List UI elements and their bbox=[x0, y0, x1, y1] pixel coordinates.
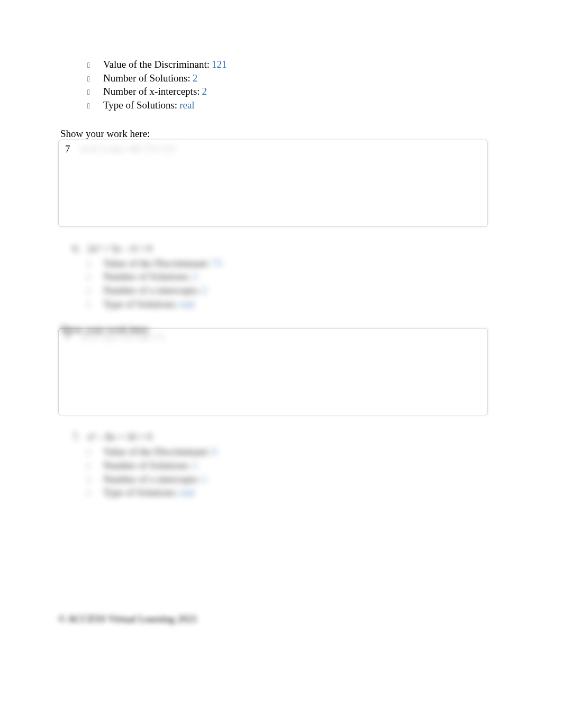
bullet-icon:  bbox=[87, 475, 103, 485]
list-item:  Number of x-intercepts: 2 bbox=[87, 284, 509, 297]
work-section-2: Show your work here: 7 d=b²-4ac=25+48=73 bbox=[58, 324, 488, 415]
work-header: Show your work here: bbox=[58, 324, 488, 335]
list-item:  Number of x-intercepts: 1 bbox=[87, 472, 509, 486]
problem-6-block: 6. 2x² + 5x – 6 = 0  Value of the Discr… bbox=[87, 243, 509, 311]
work-number: 7 bbox=[65, 143, 81, 155]
typesolutions-label: Type of Solutions: bbox=[103, 486, 177, 499]
list-item:  Value of the Discriminant: 121 bbox=[87, 58, 509, 71]
numsolutions-label: Number of Solutions: bbox=[103, 270, 191, 284]
bullet-icon:  bbox=[87, 74, 103, 84]
typesolutions-label: Type of Solutions: bbox=[103, 99, 177, 112]
bullet-icon:  bbox=[87, 300, 103, 310]
bullet-icon:  bbox=[87, 461, 103, 471]
bullet-icon:  bbox=[87, 448, 103, 458]
discriminant-value: 73 bbox=[212, 257, 222, 270]
xintercepts-value: 2 bbox=[202, 85, 207, 98]
list-item:  Type of Solutions: real bbox=[87, 99, 509, 112]
list-item:  Number of Solutions: 2 bbox=[87, 72, 509, 85]
bullet-icon:  bbox=[87, 272, 103, 283]
typesolutions-value: real bbox=[179, 297, 194, 311]
list-item:  Type of Solutions: real bbox=[87, 297, 509, 311]
numsolutions-value: 2 bbox=[193, 72, 198, 85]
work-header: Show your work here: bbox=[58, 128, 488, 140]
problem-equation: x² – 8x + 16 = 0 bbox=[87, 431, 152, 443]
list-item:  Value of the Discriminant: 73 bbox=[87, 257, 509, 270]
bullet-icon:  bbox=[87, 286, 103, 296]
numsolutions-label: Number of Solutions: bbox=[103, 72, 191, 85]
list-item:  Type of Solutions: real bbox=[87, 486, 509, 499]
xintercepts-label: Number of x-intercepts: bbox=[103, 85, 200, 98]
list-item:  Value of the Discriminant: 0 bbox=[87, 445, 509, 459]
work-expression: d=b^2-4ac=49+72=121 bbox=[81, 143, 176, 155]
xintercepts-value: 2 bbox=[202, 284, 207, 297]
problem-equation: 2x² + 5x – 6 = 0 bbox=[87, 243, 152, 254]
problem-number: 7. bbox=[72, 431, 87, 443]
answer-list-6:  Value of the Discriminant: 73  Number… bbox=[87, 257, 509, 311]
xintercepts-value: 1 bbox=[202, 472, 207, 486]
list-item:  Number of Solutions: 1 bbox=[87, 459, 509, 472]
list-item:  Number of x-intercepts: 2 bbox=[87, 85, 509, 98]
bullet-icon:  bbox=[87, 259, 103, 269]
bullet-icon:  bbox=[87, 488, 103, 498]
problem-7-block: 7. x² – 8x + 16 = 0  Value of the Discr… bbox=[87, 431, 509, 499]
bullet-icon:  bbox=[87, 101, 103, 111]
discriminant-label: Value of the Discriminant: bbox=[103, 445, 210, 459]
answer-list-1:  Value of the Discriminant: 121  Numbe… bbox=[87, 58, 509, 112]
discriminant-value: 0 bbox=[212, 445, 217, 459]
discriminant-label: Value of the Discriminant: bbox=[103, 58, 210, 71]
work-box[interactable]: 7 d=b²-4ac=25+48=73 bbox=[58, 328, 488, 415]
numsolutions-label: Number of Solutions: bbox=[103, 459, 191, 472]
numsolutions-value: 2 bbox=[193, 270, 198, 284]
problem-number: 6. bbox=[72, 243, 87, 254]
typesolutions-value: real bbox=[179, 99, 194, 112]
typesolutions-value: real bbox=[179, 486, 194, 499]
numsolutions-value: 1 bbox=[193, 459, 198, 472]
xintercepts-label: Number of x-intercepts: bbox=[103, 284, 200, 297]
work-box[interactable]: 7 d=b^2-4ac=49+72=121 bbox=[58, 140, 488, 227]
discriminant-label: Value of the Discriminant: bbox=[103, 257, 210, 270]
xintercepts-label: Number of x-intercepts: bbox=[103, 472, 200, 486]
bullet-icon:  bbox=[87, 87, 103, 97]
answer-list-7:  Value of the Discriminant: 0  Number … bbox=[87, 445, 509, 499]
list-item:  Number of Solutions: 2 bbox=[87, 270, 509, 284]
bullet-icon:  bbox=[87, 60, 103, 70]
work-section-1: Show your work here: 7 d=b^2-4ac=49+72=1… bbox=[58, 128, 488, 227]
footer-copyright: © ACCESS Virtual Learning 2021 bbox=[58, 613, 197, 625]
discriminant-value: 121 bbox=[212, 58, 227, 71]
typesolutions-label: Type of Solutions: bbox=[103, 297, 177, 311]
